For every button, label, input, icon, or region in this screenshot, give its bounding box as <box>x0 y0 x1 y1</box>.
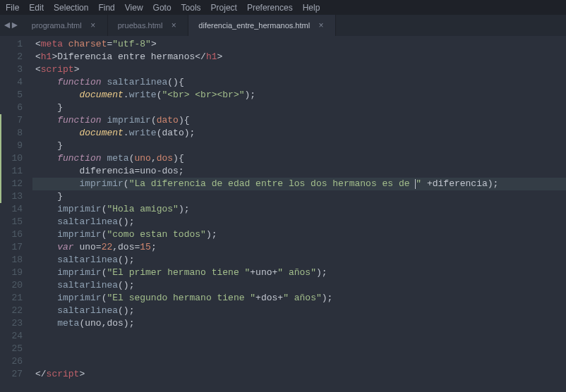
code-line[interactable]: var uno=22,dos=15; <box>32 241 566 254</box>
line-number: 14 <box>0 203 32 216</box>
line-number: 10 <box>0 152 32 165</box>
code-line[interactable]: } <box>32 102 566 114</box>
line-number: 19 <box>0 267 32 279</box>
code-line[interactable]: saltarlinea(); <box>32 279 566 292</box>
code-line[interactable]: saltarlinea(); <box>32 305 566 317</box>
line-number: 25 <box>0 343 32 355</box>
line-number: 8 <box>0 127 32 140</box>
code-line[interactable]: <h1>Diferencia entre hermanos</h1> <box>32 51 566 63</box>
code-line[interactable]: saltarlinea(); <box>32 216 566 228</box>
line-number: 24 <box>0 330 32 343</box>
menu-help[interactable]: Help <box>303 3 320 13</box>
line-number: 15 <box>0 216 32 228</box>
menu-project[interactable]: Project <box>211 3 237 13</box>
line-gutter: 1234567891011121314151617181920212223242… <box>0 36 32 392</box>
line-number: 9 <box>0 140 32 152</box>
line-number: 4 <box>0 76 32 89</box>
line-number: 18 <box>0 254 32 267</box>
line-number: 16 <box>0 228 32 241</box>
menu-selection[interactable]: Selection <box>54 3 88 13</box>
code-line[interactable]: imprimir("El primer hermano tiene "+uno+… <box>32 267 566 279</box>
line-number: 21 <box>0 292 32 305</box>
tab-nav-right-icon[interactable]: ► <box>11 20 17 31</box>
close-icon[interactable]: × <box>89 20 97 30</box>
line-number: 3 <box>0 63 32 76</box>
menu-goto[interactable]: Goto <box>153 3 171 13</box>
line-number: 7 <box>0 114 32 127</box>
code-line[interactable]: <meta charset="utf-8"> <box>32 38 566 51</box>
code-line[interactable]: <script> <box>32 63 566 76</box>
line-number: 1 <box>0 38 32 51</box>
tab-diferencia[interactable]: diferencia_entre_hermanos.html × <box>188 15 336 36</box>
tab-bar: ◄ ► programa.html × pruebas.html × difer… <box>0 15 566 36</box>
code-editor[interactable]: 1234567891011121314151617181920212223242… <box>0 36 566 392</box>
line-number: 23 <box>0 317 32 330</box>
code-line[interactable]: imprimir("La diferencia de edad entre lo… <box>32 178 566 190</box>
code-line[interactable]: } <box>32 190 566 203</box>
tab-label: diferencia_entre_hermanos.html <box>198 21 310 30</box>
menu-edit[interactable]: Edit <box>29 3 44 13</box>
code-line[interactable] <box>32 330 566 343</box>
close-icon[interactable]: × <box>169 20 178 30</box>
code-line[interactable]: imprimir("como estan todos"); <box>32 228 566 241</box>
line-number: 26 <box>0 355 32 368</box>
menu-preferences[interactable]: Preferences <box>247 3 293 13</box>
menu-view[interactable]: View <box>125 3 143 13</box>
tab-nav-arrows: ◄ ► <box>0 20 22 31</box>
line-number: 11 <box>0 165 32 178</box>
code-line[interactable]: imprimir("Hola amigos"); <box>32 203 566 216</box>
line-number: 22 <box>0 305 32 317</box>
line-number: 5 <box>0 89 32 102</box>
line-number: 2 <box>0 51 32 63</box>
code-line[interactable]: </script> <box>32 368 566 381</box>
tab-programa[interactable]: programa.html × <box>22 15 108 36</box>
line-number: 20 <box>0 279 32 292</box>
code-line[interactable]: document.write("<br> <br><br>"); <box>32 89 566 102</box>
line-number: 12 <box>0 178 32 190</box>
tab-label: pruebas.html <box>118 21 163 30</box>
line-number: 13 <box>0 190 32 203</box>
line-number: 27 <box>0 368 32 381</box>
tab-label: programa.html <box>32 21 82 30</box>
line-number: 6 <box>0 102 32 114</box>
code-line[interactable]: document.write(dato); <box>32 127 566 140</box>
code-line[interactable]: function imprimir(dato){ <box>32 114 566 127</box>
menu-bar: File Edit Selection Find View Goto Tools… <box>0 0 566 15</box>
menu-file[interactable]: File <box>6 3 19 13</box>
code-line[interactable]: imprimir("El segundo hermano tiene "+dos… <box>32 292 566 305</box>
code-line[interactable]: meta(uno,dos); <box>32 317 566 330</box>
code-line[interactable]: } <box>32 140 566 152</box>
code-line[interactable]: diferencia=uno-dos; <box>32 165 566 178</box>
line-number: 17 <box>0 241 32 254</box>
close-icon[interactable]: × <box>317 20 325 30</box>
code-line[interactable]: saltarlinea(); <box>32 254 566 267</box>
tab-nav-left-icon[interactable]: ◄ <box>4 20 10 31</box>
code-line[interactable] <box>32 343 566 355</box>
menu-find[interactable]: Find <box>98 3 114 13</box>
code-line[interactable]: function meta(uno,dos){ <box>32 152 566 165</box>
code-area[interactable]: <meta charset="utf-8"><h1>Diferencia ent… <box>32 36 566 392</box>
tab-pruebas[interactable]: pruebas.html × <box>108 15 189 36</box>
code-line[interactable]: function saltarlinea(){ <box>32 76 566 89</box>
code-line[interactable] <box>32 355 566 368</box>
menu-tools[interactable]: Tools <box>181 3 201 13</box>
